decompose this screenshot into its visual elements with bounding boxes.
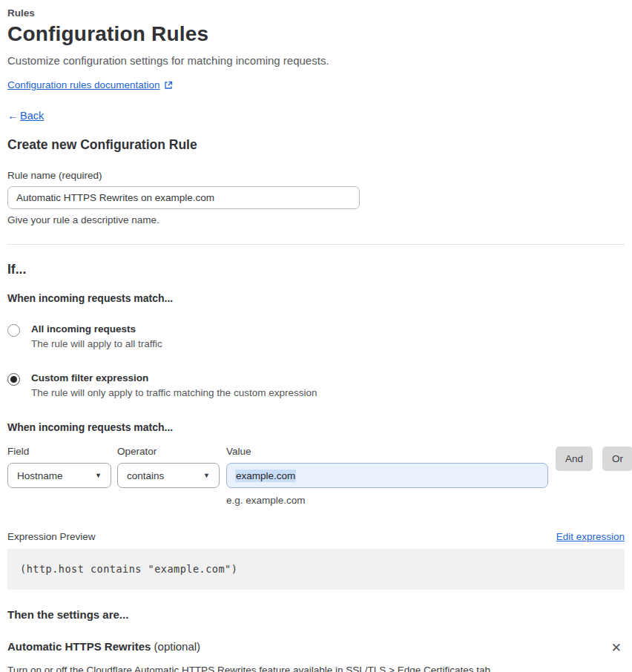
value-input-selected-text: example.com	[235, 470, 296, 482]
value-help: e.g. example.com	[226, 495, 548, 506]
expression-preview-label: Expression Preview	[7, 531, 96, 542]
field-select[interactable]: Hostname ▼	[7, 463, 111, 488]
if-heading: If...	[7, 262, 625, 277]
and-button[interactable]: And	[556, 447, 593, 471]
or-button[interactable]: Or	[602, 447, 632, 471]
create-rule-heading: Create new Configuration Rule	[7, 137, 625, 153]
setting-card-title: Automatic HTTPS Rewrites (optional)	[7, 640, 200, 653]
value-label: Value	[226, 446, 548, 457]
close-icon[interactable]: ✕	[608, 640, 625, 656]
page-subtitle: Customize configuration settings for mat…	[7, 54, 625, 67]
setting-name: Automatic HTTPS Rewrites	[7, 640, 151, 653]
match-label: When incoming requests match...	[7, 292, 625, 304]
chevron-down-icon: ▼	[203, 472, 210, 479]
expression-builder-row: Field Hostname ▼ Operator contains ▼ Val…	[7, 446, 625, 506]
documentation-link[interactable]: Configuration rules documentation	[7, 79, 160, 90]
radio-custom-expression-label: Custom filter expression	[31, 372, 317, 383]
radio-custom-expression[interactable]	[7, 373, 20, 386]
operator-label: Operator	[117, 446, 226, 457]
operator-column: Operator contains ▼	[117, 446, 226, 488]
field-column: Field Hostname ▼	[7, 446, 117, 488]
back-row: ← Back	[7, 109, 625, 122]
external-link-icon	[164, 81, 173, 90]
field-label: Field	[7, 446, 117, 457]
radio-all-requests-description: The rule will apply to all traffic	[31, 338, 162, 349]
page-title: Configuration Rules	[7, 22, 625, 46]
setting-description: Turn on or off the Cloudflare Automatic …	[7, 665, 625, 672]
back-arrow-icon: ←	[7, 109, 19, 122]
documentation-link-row: Configuration rules documentation	[7, 79, 625, 90]
setting-card-automatic-https-rewrites: Automatic HTTPS Rewrites (optional) ✕ Tu…	[7, 640, 625, 672]
edit-expression-link[interactable]: Edit expression	[556, 531, 625, 542]
radio-custom-expression-description: The rule will only apply to traffic matc…	[31, 387, 317, 398]
expression-preview-code: (http.host contains "example.com")	[7, 549, 625, 590]
radio-option-custom-expression: Custom filter expression The rule will o…	[7, 372, 625, 398]
builder-match-label: When incoming requests match...	[7, 421, 625, 433]
operator-select[interactable]: contains ▼	[117, 463, 220, 488]
setting-card-header: Automatic HTTPS Rewrites (optional) ✕	[7, 640, 625, 656]
value-column: Value example.com e.g. example.com	[226, 446, 548, 506]
expression-preview-row: Expression Preview Edit expression	[7, 531, 625, 542]
rule-name-input[interactable]	[7, 186, 360, 209]
rule-name-help: Give your rule a descriptive name.	[7, 214, 625, 225]
then-settings-heading: Then the settings are...	[7, 608, 625, 621]
radio-all-requests[interactable]	[7, 324, 20, 337]
setting-optional-suffix: (optional)	[151, 640, 200, 653]
field-select-value: Hostname	[17, 470, 63, 481]
breadcrumb: Rules	[7, 7, 625, 19]
divider	[7, 244, 625, 245]
operator-select-value: contains	[127, 470, 164, 481]
value-input[interactable]: example.com	[226, 463, 548, 488]
back-link[interactable]: Back	[20, 110, 44, 122]
chevron-down-icon: ▼	[95, 472, 102, 479]
radio-option-all-requests: All incoming requests The rule will appl…	[7, 323, 625, 349]
rule-name-label: Rule name (required)	[7, 170, 625, 181]
radio-all-requests-label: All incoming requests	[31, 323, 162, 335]
